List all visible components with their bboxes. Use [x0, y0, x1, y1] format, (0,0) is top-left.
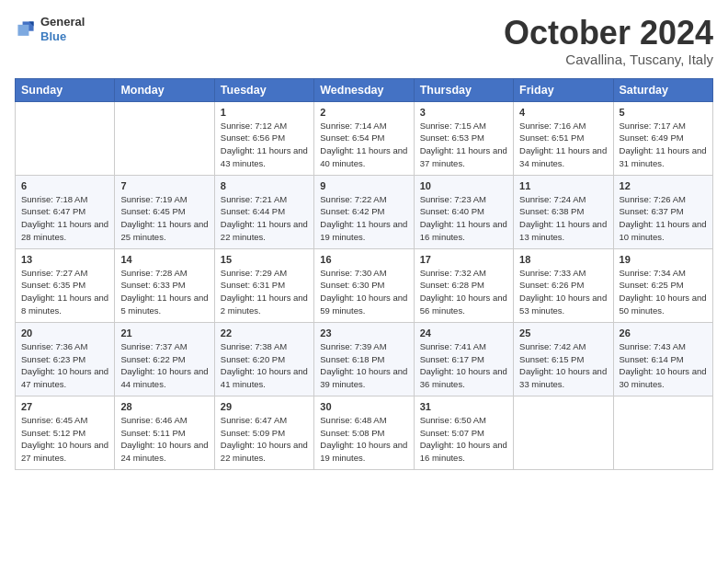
- calendar-week-row: 13Sunrise: 7:27 AM Sunset: 6:35 PM Dayli…: [16, 248, 713, 322]
- day-number: 12: [620, 180, 707, 191]
- day-info: Sunrise: 7:36 AM Sunset: 6:23 PM Dayligh…: [21, 340, 108, 391]
- day-info: Sunrise: 7:12 AM Sunset: 6:56 PM Dayligh…: [221, 120, 308, 170]
- day-number: 25: [519, 327, 607, 339]
- calendar-cell: 11Sunrise: 7:24 AM Sunset: 6:38 PM Dayli…: [514, 175, 613, 248]
- day-info: Sunrise: 7:34 AM Sunset: 6:25 PM Dayligh…: [620, 267, 707, 317]
- day-info: Sunrise: 6:50 AM Sunset: 5:07 PM Dayligh…: [420, 414, 507, 465]
- calendar-cell: 1Sunrise: 7:12 AM Sunset: 6:56 PM Daylig…: [214, 101, 313, 175]
- day-number: 3: [420, 107, 507, 118]
- day-number: 6: [21, 180, 108, 191]
- day-number: 22: [221, 327, 308, 339]
- calendar-cell: 17Sunrise: 7:32 AM Sunset: 6:28 PM Dayli…: [414, 248, 513, 322]
- weekday-header: Saturday: [613, 78, 712, 101]
- logo-general: General: [40, 15, 85, 29]
- day-number: 30: [320, 401, 407, 412]
- calendar-cell: 26Sunrise: 7:43 AM Sunset: 6:14 PM Dayli…: [613, 322, 712, 396]
- day-number: 8: [221, 180, 308, 191]
- logo-icon: [15, 18, 37, 40]
- day-info: Sunrise: 7:37 AM Sunset: 6:22 PM Dayligh…: [120, 340, 208, 391]
- calendar-cell: [613, 396, 712, 469]
- calendar-cell: 27Sunrise: 6:45 AM Sunset: 5:12 PM Dayli…: [16, 396, 115, 469]
- calendar-week-row: 6Sunrise: 7:18 AM Sunset: 6:47 PM Daylig…: [16, 175, 713, 248]
- day-info: Sunrise: 6:46 AM Sunset: 5:11 PM Dayligh…: [120, 414, 208, 465]
- calendar-cell: 21Sunrise: 7:37 AM Sunset: 6:22 PM Dayli…: [115, 322, 214, 396]
- calendar-cell: [514, 396, 613, 469]
- day-info: Sunrise: 7:33 AM Sunset: 6:26 PM Dayligh…: [519, 267, 607, 317]
- month-title: October 2024: [504, 15, 713, 52]
- day-number: 7: [120, 180, 208, 191]
- calendar-cell: 25Sunrise: 7:42 AM Sunset: 6:15 PM Dayli…: [514, 322, 613, 396]
- day-info: Sunrise: 6:45 AM Sunset: 5:12 PM Dayligh…: [21, 414, 108, 465]
- day-info: Sunrise: 7:17 AM Sunset: 6:49 PM Dayligh…: [620, 120, 707, 170]
- day-number: 2: [320, 107, 407, 118]
- day-number: 9: [320, 180, 407, 191]
- day-info: Sunrise: 7:16 AM Sunset: 6:51 PM Dayligh…: [519, 120, 607, 170]
- day-number: 15: [221, 254, 308, 265]
- calendar-cell: 24Sunrise: 7:41 AM Sunset: 6:17 PM Dayli…: [414, 322, 513, 396]
- day-number: 31: [420, 401, 507, 412]
- day-number: 19: [620, 254, 707, 265]
- day-number: 5: [620, 107, 707, 118]
- calendar-week-row: 20Sunrise: 7:36 AM Sunset: 6:23 PM Dayli…: [16, 322, 713, 396]
- calendar-cell: 8Sunrise: 7:21 AM Sunset: 6:44 PM Daylig…: [214, 175, 313, 248]
- weekday-header: Sunday: [16, 78, 115, 101]
- day-number: 28: [120, 401, 208, 412]
- day-info: Sunrise: 7:19 AM Sunset: 6:45 PM Dayligh…: [120, 193, 208, 244]
- weekday-header: Wednesday: [314, 78, 414, 101]
- day-info: Sunrise: 6:48 AM Sunset: 5:08 PM Dayligh…: [320, 414, 407, 465]
- calendar-cell: 15Sunrise: 7:29 AM Sunset: 6:31 PM Dayli…: [214, 248, 313, 322]
- day-info: Sunrise: 7:26 AM Sunset: 6:37 PM Dayligh…: [620, 193, 707, 244]
- day-number: 26: [620, 327, 707, 339]
- calendar-cell: 30Sunrise: 6:48 AM Sunset: 5:08 PM Dayli…: [314, 396, 414, 469]
- title-block: October 2024 Cavallina, Tuscany, Italy: [504, 15, 713, 67]
- calendar-cell: 12Sunrise: 7:26 AM Sunset: 6:37 PM Dayli…: [613, 175, 712, 248]
- day-info: Sunrise: 7:21 AM Sunset: 6:44 PM Dayligh…: [221, 193, 308, 244]
- day-number: 23: [320, 327, 407, 339]
- calendar-cell: 31Sunrise: 6:50 AM Sunset: 5:07 PM Dayli…: [414, 396, 513, 469]
- day-number: 17: [420, 254, 507, 265]
- weekday-header-row: SundayMondayTuesdayWednesdayThursdayFrid…: [16, 78, 713, 101]
- calendar-cell: 7Sunrise: 7:19 AM Sunset: 6:45 PM Daylig…: [115, 175, 214, 248]
- calendar-cell: 28Sunrise: 6:46 AM Sunset: 5:11 PM Dayli…: [115, 396, 214, 469]
- day-number: 27: [21, 401, 108, 412]
- calendar-table: SundayMondayTuesdayWednesdayThursdayFrid…: [15, 78, 713, 470]
- calendar-cell: 16Sunrise: 7:30 AM Sunset: 6:30 PM Dayli…: [314, 248, 414, 322]
- day-info: Sunrise: 7:41 AM Sunset: 6:17 PM Dayligh…: [420, 340, 507, 391]
- calendar-cell: 22Sunrise: 7:38 AM Sunset: 6:20 PM Dayli…: [214, 322, 313, 396]
- logo-text: General Blue: [40, 15, 85, 43]
- day-number: 14: [120, 254, 208, 265]
- calendar-cell: [16, 101, 115, 175]
- day-number: 29: [221, 401, 308, 412]
- day-info: Sunrise: 7:18 AM Sunset: 6:47 PM Dayligh…: [21, 193, 108, 244]
- day-number: 21: [120, 327, 208, 339]
- calendar-week-row: 27Sunrise: 6:45 AM Sunset: 5:12 PM Dayli…: [16, 396, 713, 469]
- calendar-cell: 9Sunrise: 7:22 AM Sunset: 6:42 PM Daylig…: [314, 175, 414, 248]
- day-number: 24: [420, 327, 507, 339]
- logo: General Blue: [15, 15, 85, 43]
- calendar-cell: [115, 101, 214, 175]
- weekday-header: Monday: [115, 78, 214, 101]
- calendar-cell: 20Sunrise: 7:36 AM Sunset: 6:23 PM Dayli…: [16, 322, 115, 396]
- day-info: Sunrise: 7:39 AM Sunset: 6:18 PM Dayligh…: [320, 340, 407, 391]
- calendar-cell: 4Sunrise: 7:16 AM Sunset: 6:51 PM Daylig…: [514, 101, 613, 175]
- day-info: Sunrise: 7:32 AM Sunset: 6:28 PM Dayligh…: [420, 267, 507, 317]
- day-info: Sunrise: 7:14 AM Sunset: 6:54 PM Dayligh…: [320, 120, 407, 170]
- day-number: 13: [21, 254, 108, 265]
- logo-blue: Blue: [40, 29, 85, 44]
- day-number: 11: [519, 180, 607, 191]
- day-info: Sunrise: 7:15 AM Sunset: 6:53 PM Dayligh…: [420, 120, 507, 170]
- weekday-header: Thursday: [414, 78, 513, 101]
- calendar-cell: 5Sunrise: 7:17 AM Sunset: 6:49 PM Daylig…: [613, 101, 712, 175]
- day-info: Sunrise: 6:47 AM Sunset: 5:09 PM Dayligh…: [221, 414, 308, 465]
- day-number: 1: [221, 107, 308, 118]
- day-number: 10: [420, 180, 507, 191]
- calendar-cell: 23Sunrise: 7:39 AM Sunset: 6:18 PM Dayli…: [314, 322, 414, 396]
- day-info: Sunrise: 7:27 AM Sunset: 6:35 PM Dayligh…: [21, 267, 108, 317]
- calendar-cell: 10Sunrise: 7:23 AM Sunset: 6:40 PM Dayli…: [414, 175, 513, 248]
- day-number: 16: [320, 254, 407, 265]
- weekday-header: Friday: [514, 78, 613, 101]
- day-info: Sunrise: 7:22 AM Sunset: 6:42 PM Dayligh…: [320, 193, 407, 244]
- location: Cavallina, Tuscany, Italy: [504, 52, 713, 67]
- page-header: General Blue October 2024 Cavallina, Tus…: [15, 15, 713, 67]
- day-info: Sunrise: 7:30 AM Sunset: 6:30 PM Dayligh…: [320, 267, 407, 317]
